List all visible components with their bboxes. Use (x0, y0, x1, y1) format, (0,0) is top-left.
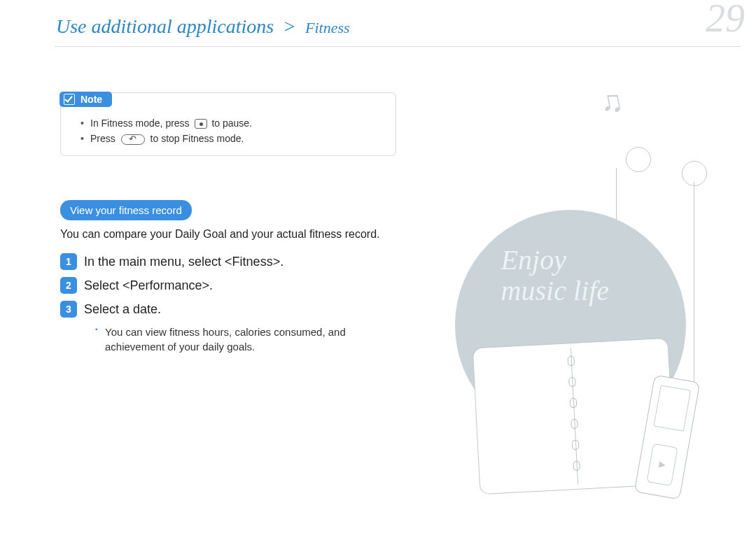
breadcrumb-sub: Fitness (305, 19, 350, 36)
music-note-icon: ♫ (597, 83, 626, 121)
decorative-illustration: ♫ Enjoy music life (434, 84, 728, 518)
step-text: Select <Performance>. (84, 277, 213, 293)
tagline-line1: Enjoy (501, 244, 566, 276)
note-item: In Fitness mode, press to pause. (80, 115, 384, 131)
step-row: 2 Select <Performance>. (60, 277, 424, 294)
center-button-icon (195, 119, 207, 129)
note-text-pre: In Fitness mode, press (90, 118, 192, 129)
back-button-icon (121, 134, 145, 145)
player-pad (646, 443, 678, 486)
section-title: View your fitness record (60, 200, 192, 220)
note-tab: Note (59, 92, 112, 107)
tagline-line2: music life (501, 275, 609, 306)
step-sub-bullet: You can view fitness hours, calories con… (95, 325, 403, 354)
section-intro: You can compare your Daily Goal and your… (60, 228, 380, 241)
step-row: 1 In the main menu, select <Fitness>. (60, 253, 424, 270)
manual-page: Use additional applications > Fitness 29… (0, 0, 756, 533)
step-text: In the main menu, select <Fitness>. (84, 253, 284, 269)
player-screen (653, 385, 691, 432)
numbered-steps: 1 In the main menu, select <Fitness>. 2 … (60, 253, 424, 354)
note-label: Note (80, 94, 102, 105)
step-text: Select a date. (84, 301, 161, 317)
note-text-post: to pause. (211, 118, 252, 129)
check-icon (64, 94, 75, 105)
notebook-rings (568, 356, 581, 482)
header-divider (55, 46, 741, 47)
note-item: Press to stop Fitness mode. (80, 131, 384, 147)
breadcrumb-separator: > (283, 15, 296, 37)
note-text-pre: Press (90, 133, 118, 144)
page-number: 29 (706, 0, 745, 41)
note-box: Note In Fitness mode, press to pause. Pr… (60, 92, 396, 156)
tagline: Enjoy music life (501, 245, 609, 306)
step-number-badge: 3 (60, 301, 77, 318)
note-text-post: to stop Fitness mode. (150, 133, 244, 144)
breadcrumb-main: Use additional applications (56, 15, 274, 37)
step-number-badge: 2 (60, 277, 77, 294)
breadcrumb: Use additional applications > Fitness (56, 15, 350, 38)
step-row: 3 Select a date. (60, 301, 424, 318)
step-number-badge: 1 (60, 253, 77, 270)
